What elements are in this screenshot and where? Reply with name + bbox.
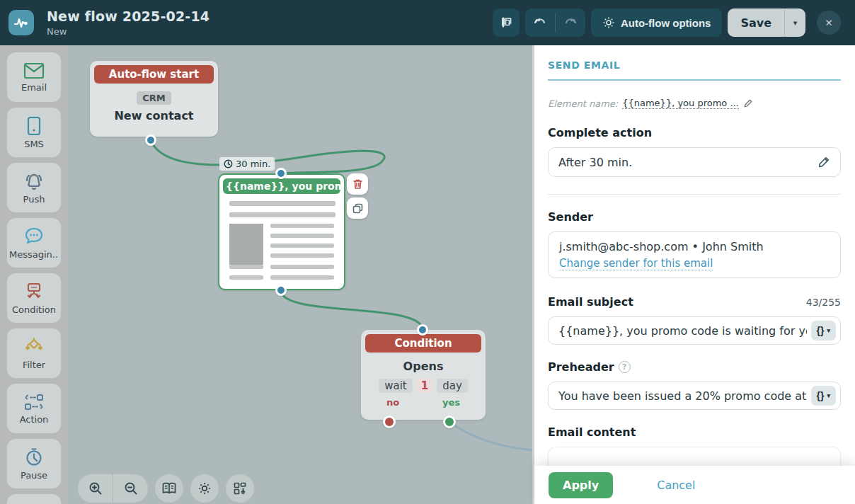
sender-field: j.smith@abc-shop.com • John Smith Change…: [548, 231, 841, 278]
autoflow-options-label: Auto-flow options: [621, 17, 711, 29]
zoom-in-button[interactable]: [78, 474, 113, 503]
wait-unit-chip[interactable]: day: [437, 379, 468, 393]
canvas-settings-button[interactable]: [190, 474, 219, 503]
wait-label-chip: wait: [379, 379, 413, 393]
chevron-down-icon: ▾: [793, 18, 798, 27]
palette-item-push[interactable]: Push: [7, 163, 61, 212]
preheader-field-wrap: {} ▾: [548, 382, 841, 410]
subject-input[interactable]: [558, 324, 807, 338]
palette-label: Pause: [21, 470, 47, 481]
start-node-event: New contact: [94, 109, 214, 122]
redo-button[interactable]: [556, 8, 585, 37]
email-node-title: {{name}}, you prom...: [223, 178, 340, 194]
condition-wait-row: wait 1 day: [365, 379, 481, 393]
pulse-icon: [13, 15, 29, 30]
palette-item-messaging[interactable]: Messagin...: [7, 218, 61, 268]
palette-item-pause[interactable]: Pause: [7, 439, 61, 488]
cancel-button[interactable]: Cancel: [657, 479, 695, 492]
branch-yes-label: yes: [442, 397, 460, 408]
apply-button[interactable]: Apply: [549, 472, 613, 498]
connector-dot[interactable]: [417, 324, 428, 336]
element-name-value[interactable]: {{name}}, you promo ...: [622, 98, 739, 109]
book-icon: [161, 482, 177, 495]
braces-icon: {}: [817, 325, 825, 336]
preheader-help-icon[interactable]: ?: [619, 361, 631, 373]
subject-char-counter: 43/255: [806, 297, 841, 308]
branch-yes-dot[interactable]: [443, 416, 456, 428]
close-editor-button[interactable]: ✕: [817, 11, 841, 35]
duplicate-node-button[interactable]: [347, 197, 368, 219]
preheader-input[interactable]: [558, 389, 807, 403]
node-actions: [347, 173, 368, 219]
condition-node[interactable]: Condition Opens wait 1 day no yes: [361, 330, 486, 420]
insert-variable-button[interactable]: {} ▾: [811, 386, 836, 406]
preview-image-placeholder: [229, 224, 263, 265]
email-subject-heading: Email subject: [548, 295, 633, 309]
edit-pencil-icon[interactable]: [817, 156, 830, 168]
undo-button[interactable]: [525, 8, 555, 37]
complete-action-field[interactable]: After 30 min.: [548, 147, 841, 177]
palette-item-email[interactable]: Email: [7, 52, 61, 102]
palette-label: Push: [23, 194, 45, 205]
undo-redo-group: [525, 8, 585, 37]
palette-item-action[interactable]: Action: [7, 384, 61, 433]
autoflow-options-button[interactable]: Auto-flow options: [591, 8, 722, 37]
edit-pencil-icon[interactable]: [743, 98, 753, 108]
filter-icon: [23, 337, 45, 357]
chevron-down-icon: ▾: [827, 327, 830, 334]
panel-footer: Apply Cancel: [534, 466, 855, 504]
delete-node-button[interactable]: [347, 173, 368, 195]
gear-icon: [602, 16, 615, 29]
save-split-button: Save ▾: [728, 8, 805, 37]
palette-item-partial[interactable]: [7, 494, 61, 504]
element-palette: Email SMS Push Messagin... Condition Fil…: [0, 45, 68, 504]
connector-dot[interactable]: [275, 285, 287, 296]
subject-field-wrap: {} ▾: [548, 316, 841, 345]
insert-variable-button[interactable]: {} ▾: [811, 321, 836, 340]
palette-item-filter[interactable]: Filter: [7, 328, 61, 378]
change-sender-link[interactable]: Change sender for this email: [559, 257, 713, 270]
copy-flow-button[interactable]: [493, 8, 520, 37]
close-icon: ✕: [825, 18, 832, 28]
palette-label: Action: [20, 414, 49, 425]
page-title: New flow 2025-02-14: [47, 8, 210, 24]
flow-status: New: [47, 26, 210, 37]
connector-dot[interactable]: [145, 134, 156, 146]
complete-action-value: After 30 min.: [558, 156, 817, 169]
panel-title-divider: [548, 79, 841, 81]
clock-icon: [224, 159, 233, 168]
save-button[interactable]: Save: [728, 8, 784, 37]
zoom-out-button[interactable]: [113, 474, 148, 503]
start-node-title: Auto-flow start: [94, 65, 214, 84]
panel-title: SEND EMAIL: [548, 59, 841, 71]
app-logo[interactable]: [8, 10, 34, 35]
zoom-out-icon: [124, 481, 138, 496]
email-icon: [23, 62, 45, 79]
palette-label: Condition: [12, 304, 56, 315]
wait-value-chip[interactable]: 1: [416, 379, 433, 393]
sms-phone-icon: [27, 116, 41, 136]
gear-icon: [197, 481, 212, 496]
palette-item-condition[interactable]: Condition: [7, 273, 61, 323]
connector-dot[interactable]: [275, 168, 287, 179]
email-node[interactable]: {{name}}, you prom...: [218, 173, 345, 290]
auto-layout-button[interactable]: [226, 474, 254, 503]
element-name-label: Element name:: [548, 98, 618, 109]
palette-label: SMS: [24, 139, 44, 149]
push-bell-icon: [23, 171, 45, 191]
start-node[interactable]: Auto-flow start CRM New contact: [90, 61, 218, 137]
save-dropdown-button[interactable]: ▾: [784, 8, 805, 37]
palette-item-sms[interactable]: SMS: [7, 108, 61, 157]
library-button[interactable]: [155, 474, 183, 503]
delay-label: 30 min.: [219, 157, 275, 171]
action-icon: [23, 393, 45, 411]
flow-canvas[interactable]: Auto-flow start CRM New contact 30 min. …: [68, 45, 532, 504]
trash-icon: [352, 178, 363, 190]
condition-event: Opens: [365, 360, 481, 373]
sender-value: j.smith@abc-shop.com • John Smith: [559, 240, 830, 253]
layout-map-icon: [233, 481, 247, 496]
complete-action-heading: Complete action: [548, 126, 841, 139]
email-preview-thumbnail: [223, 194, 340, 286]
palette-label: Messagin...: [9, 249, 59, 260]
branch-no-dot[interactable]: [383, 416, 396, 428]
